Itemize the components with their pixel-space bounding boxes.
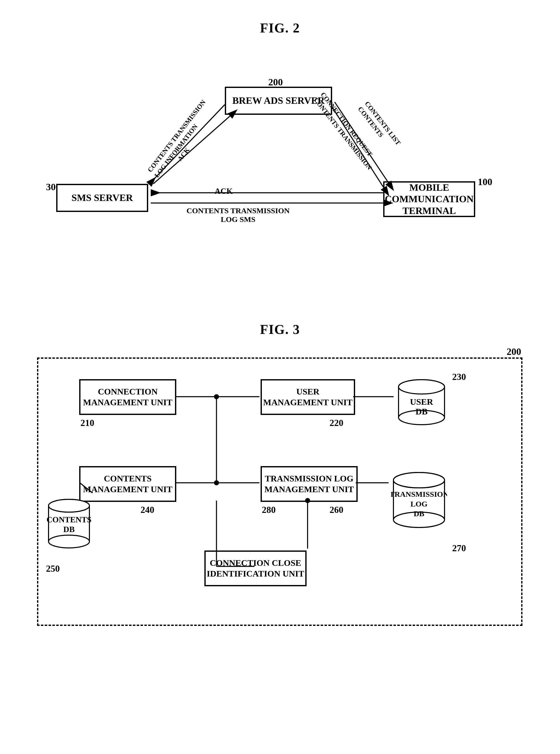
svg-text:DB: DB bbox=[415, 407, 427, 416]
svg-point-36 bbox=[214, 480, 219, 485]
mobile-terminal-box: MOBILE COMMUNICATIONTERMINAL bbox=[383, 181, 475, 217]
label-200-fig3: 200 bbox=[506, 346, 521, 357]
label-ack-right: ACK bbox=[215, 187, 233, 196]
page: FIG. 2 200 BREW ADS SERVER 300 SMS SERVE… bbox=[0, 0, 560, 754]
sms-server-box: SMS SERVER bbox=[56, 184, 148, 212]
svg-point-15 bbox=[399, 380, 444, 394]
svg-point-34 bbox=[214, 394, 219, 399]
label-240: 240 bbox=[141, 504, 154, 515]
label-220: 220 bbox=[329, 418, 343, 428]
user-db-shape: USER DB bbox=[396, 374, 447, 425]
connection-management-box: CONNECTIONMANAGEMENT UNIT bbox=[79, 379, 176, 415]
contents-management-box: CONTENTSMANAGEMENT UNIT bbox=[79, 466, 176, 502]
label-contents-log-sms: CONTENTS TRANSMISSIONLOG SMS bbox=[186, 206, 290, 224]
label-contents-transmission-log: CONTENTS TRANSMISSIONLOG INFORMATION bbox=[146, 98, 215, 179]
svg-text:LOG: LOG bbox=[411, 500, 428, 508]
fig2-container: 200 BREW ADS SERVER 300 SMS SERVER 100 M… bbox=[0, 51, 560, 281]
svg-text:CONTENTS: CONTENTS bbox=[46, 515, 92, 524]
user-management-box: USERMANAGEMENT UNIT bbox=[261, 379, 355, 415]
transmission-log-management-box: TRANSMISSION LOGMANAGEMENT UNIT bbox=[261, 466, 358, 502]
label-250: 250 bbox=[46, 563, 60, 574]
svg-text:TRANSMISSION: TRANSMISSION bbox=[391, 490, 447, 498]
fig2-title: FIG. 2 bbox=[0, 0, 560, 36]
label-100: 100 bbox=[478, 176, 492, 188]
connection-close-box: CONNECTION CLOSEIDENTIFICATION UNIT bbox=[204, 550, 306, 586]
svg-point-22 bbox=[48, 499, 89, 512]
svg-point-29 bbox=[394, 472, 444, 488]
svg-text:DB: DB bbox=[414, 509, 424, 518]
svg-point-21 bbox=[48, 535, 89, 548]
contents-db-shape: CONTENTS DB bbox=[46, 494, 92, 550]
svg-text:USER: USER bbox=[410, 397, 433, 407]
fig3-container: 200 CONNECTIONMANAGEMENT UNIT 210 USERMA… bbox=[37, 357, 522, 626]
label-280: 280 bbox=[262, 504, 276, 515]
transmission-log-db-shape: TRANSMISSION LOG DB bbox=[391, 469, 447, 530]
fig3-title: FIG. 3 bbox=[0, 302, 560, 337]
label-230: 230 bbox=[452, 371, 466, 382]
label-260: 260 bbox=[329, 504, 343, 515]
svg-text:DB: DB bbox=[63, 525, 75, 534]
label-210: 210 bbox=[80, 418, 94, 428]
label-200-fig2: 200 bbox=[268, 76, 283, 88]
label-270: 270 bbox=[452, 543, 466, 554]
